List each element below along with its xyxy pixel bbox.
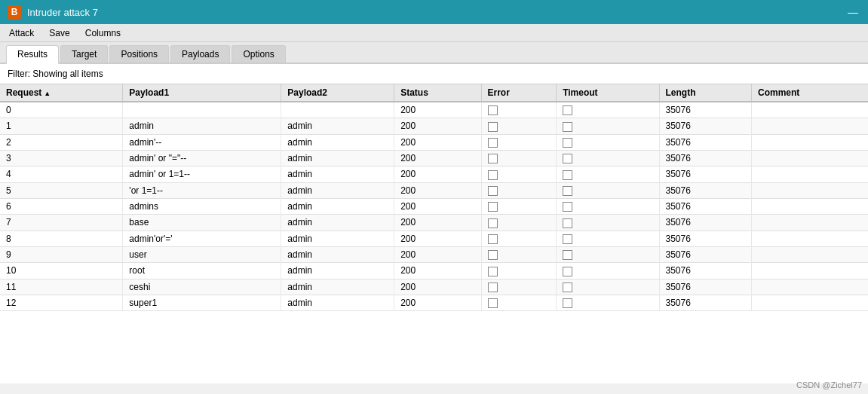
timeout-checkbox[interactable] [563, 170, 572, 180]
window-title: Intruder attack 7 [27, 7, 98, 18]
cell-status: 200 [394, 198, 481, 214]
timeout-checkbox[interactable] [563, 105, 572, 115]
cell-timeout [557, 246, 659, 262]
timeout-checkbox[interactable] [563, 154, 572, 163]
error-checkbox[interactable] [488, 186, 498, 196]
cell-payload1: admins [123, 198, 281, 214]
table-row[interactable]: 9useradmin20035076 [0, 246, 868, 262]
error-checkbox[interactable] [488, 170, 498, 180]
timeout-checkbox[interactable] [563, 298, 572, 308]
cell-status: 200 [394, 246, 481, 262]
cell-error [481, 263, 557, 279]
error-checkbox[interactable] [488, 298, 498, 308]
cell-comment [752, 295, 868, 310]
title-bar: B Intruder attack 7 — [0, 0, 868, 24]
table-row[interactable]: 5'or 1=1--admin20035076 [0, 182, 868, 198]
tab-target[interactable]: Target [60, 45, 108, 63]
timeout-checkbox[interactable] [563, 234, 572, 244]
cell-timeout [557, 182, 659, 198]
cell-comment [752, 198, 868, 214]
error-checkbox[interactable] [488, 267, 498, 276]
cell-comment [752, 182, 868, 198]
error-checkbox[interactable] [488, 154, 498, 163]
table-row[interactable]: 7baseadmin20035076 [0, 215, 868, 231]
col-header-payload2[interactable]: Payload2 [281, 84, 394, 102]
error-checkbox[interactable] [488, 122, 498, 132]
timeout-checkbox[interactable] [563, 186, 572, 196]
cell-comment [752, 150, 868, 166]
minimize-button[interactable]: — [845, 5, 860, 20]
error-checkbox[interactable] [488, 283, 498, 292]
cell-request: 7 [0, 215, 123, 231]
table-row[interactable]: 1adminadmin20035076 [0, 118, 868, 134]
table-row[interactable]: 6adminsadmin20035076 [0, 198, 868, 214]
table-row[interactable]: 020035076 [0, 102, 868, 118]
timeout-checkbox[interactable] [563, 283, 572, 292]
cell-status: 200 [394, 263, 481, 279]
col-header-comment[interactable]: Comment [752, 84, 868, 102]
cell-payload1: user [123, 246, 281, 262]
tab-results[interactable]: Results [6, 45, 59, 64]
cell-payload1: super1 [123, 295, 281, 310]
table-row[interactable]: 3admin' or "="--admin20035076 [0, 150, 868, 166]
col-header-status[interactable]: Status [394, 84, 481, 102]
cell-payload2: admin [281, 215, 394, 231]
table-row[interactable]: 8admin'or'='admin20035076 [0, 231, 868, 246]
cell-comment [752, 279, 868, 295]
timeout-checkbox[interactable] [563, 267, 572, 276]
cell-error [481, 150, 557, 166]
tab-options[interactable]: Options [232, 45, 285, 63]
error-checkbox[interactable] [488, 218, 498, 228]
cell-status: 200 [394, 102, 481, 118]
cell-error [481, 102, 557, 118]
col-header-timeout[interactable]: Timeout [557, 84, 659, 102]
col-header-length[interactable]: Length [659, 84, 752, 102]
error-checkbox[interactable] [488, 138, 498, 148]
cell-timeout [557, 150, 659, 166]
cell-status: 200 [394, 150, 481, 166]
error-checkbox[interactable] [488, 202, 498, 212]
cell-payload2: admin [281, 150, 394, 166]
cell-request: 0 [0, 102, 123, 118]
timeout-checkbox[interactable] [563, 202, 572, 212]
cell-payload1: 'or 1=1-- [123, 182, 281, 198]
menu-item-save[interactable]: Save [46, 26, 72, 40]
error-checkbox[interactable] [488, 234, 498, 244]
cell-error [481, 198, 557, 214]
cell-error [481, 166, 557, 182]
cell-error [481, 118, 557, 134]
cell-timeout [557, 231, 659, 246]
timeout-checkbox[interactable] [563, 138, 572, 148]
cell-comment [752, 263, 868, 279]
cell-status: 200 [394, 279, 481, 295]
cell-payload1: admin' or "="-- [123, 150, 281, 166]
table-row[interactable]: 4admin' or 1=1--admin20035076 [0, 166, 868, 182]
table-row[interactable]: 12super1admin20035076 [0, 295, 868, 310]
table-header-row: Request▲Payload1Payload2StatusErrorTimeo… [0, 84, 868, 102]
cell-timeout [557, 198, 659, 214]
menu-item-attack[interactable]: Attack [6, 26, 37, 40]
cell-length: 35076 [659, 166, 752, 182]
col-header-error[interactable]: Error [481, 84, 557, 102]
cell-status: 200 [394, 231, 481, 246]
timeout-checkbox[interactable] [563, 250, 572, 260]
cell-timeout [557, 263, 659, 279]
col-header-payload1[interactable]: Payload1 [123, 84, 281, 102]
menu-item-columns[interactable]: Columns [82, 26, 124, 40]
table-row[interactable]: 2admin'--admin20035076 [0, 134, 868, 150]
tab-positions[interactable]: Positions [109, 45, 169, 63]
cell-request: 1 [0, 118, 123, 134]
cell-length: 35076 [659, 102, 752, 118]
error-checkbox[interactable] [488, 250, 498, 260]
col-header-request[interactable]: Request▲ [0, 84, 123, 102]
timeout-checkbox[interactable] [563, 122, 572, 132]
table-row[interactable]: 10rootadmin20035076 [0, 263, 868, 279]
error-checkbox[interactable] [488, 105, 498, 115]
cell-status: 200 [394, 215, 481, 231]
cell-payload2: admin [281, 182, 394, 198]
cell-length: 35076 [659, 118, 752, 134]
cell-payload2: admin [281, 295, 394, 310]
tab-payloads[interactable]: Payloads [170, 45, 230, 63]
timeout-checkbox[interactable] [563, 218, 572, 228]
table-row[interactable]: 11ceshiadmin20035076 [0, 279, 868, 295]
